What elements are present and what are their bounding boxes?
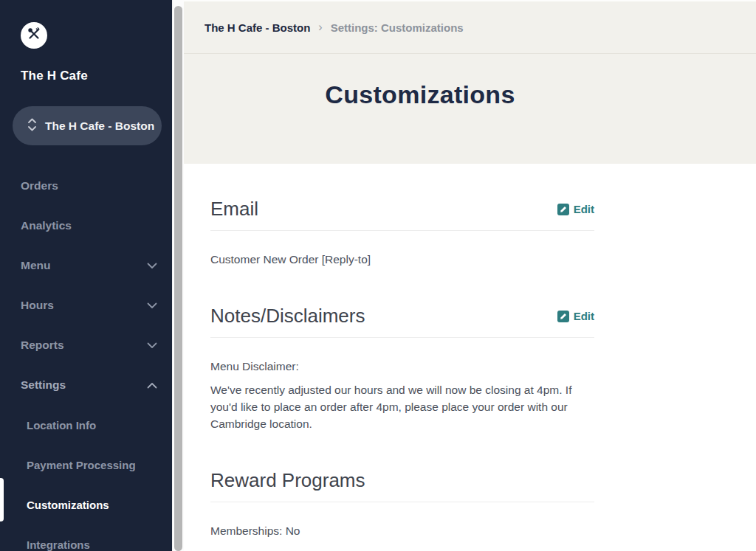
location-selector-label: The H Cafe - Boston: [45, 119, 154, 133]
section-rewards-title: Reward Programs: [210, 469, 365, 492]
brand-name: The H Cafe: [21, 69, 172, 83]
breadcrumb: The H Cafe - Boston › Settings: Customiz…: [184, 1, 756, 54]
breadcrumb-current-page: Settings: Customizations: [331, 21, 464, 34]
chevron-down-icon: [147, 299, 157, 312]
sidebar-item-customizations[interactable]: Customizations: [0, 485, 172, 524]
sidebar-item-analytics[interactable]: Analytics: [0, 206, 172, 246]
chevron-right-icon: ›: [318, 21, 322, 34]
location-selector[interactable]: The H Cafe - Boston: [13, 106, 162, 145]
sidebar-item-settings[interactable]: Settings: [0, 365, 172, 405]
section-notes-disclaimers: Notes/Disclaimers Edit Menu Disclaimer: …: [210, 305, 594, 432]
email-edit-label: Edit: [574, 203, 594, 215]
page-title: Customizations: [184, 80, 656, 109]
crossed-utensils-icon: [26, 26, 42, 45]
chevron-down-icon: [147, 339, 157, 352]
sidebar-item-location-info[interactable]: Location Info: [0, 405, 172, 445]
unfold-chevrons-icon: [27, 117, 37, 136]
menu-disclaimer-label: Menu Disclaimer:: [210, 358, 594, 375]
notes-edit-button[interactable]: Edit: [557, 310, 594, 322]
page-header: The H Cafe - Boston › Settings: Customiz…: [184, 0, 756, 164]
email-edit-button[interactable]: Edit: [557, 203, 594, 215]
email-reply-to-value: Customer New Order [Reply-to]: [210, 251, 594, 268]
sidebar-nav: Orders Analytics Menu Hours Reports Sett…: [0, 166, 172, 551]
active-nav-indicator: [0, 478, 4, 521]
chevron-up-icon: [147, 378, 157, 392]
app-logo[interactable]: [21, 22, 47, 49]
chevron-down-icon: [147, 259, 157, 272]
sidebar-item-hours[interactable]: Hours: [0, 285, 172, 325]
section-email: Email Edit Customer New Order [Reply-to]: [210, 198, 594, 268]
menu-disclaimer-text: We've recently adjusted our hours and we…: [210, 381, 594, 432]
main-area: The H Cafe - Boston › Settings: Customiz…: [184, 0, 756, 551]
scrollbar-track[interactable]: [172, 0, 184, 551]
pencil-icon: [557, 204, 569, 215]
sidebar-item-integrations[interactable]: Integrations: [0, 524, 172, 551]
sidebar-item-menu[interactable]: Menu: [0, 246, 172, 285]
sidebar-item-orders[interactable]: Orders: [0, 166, 172, 206]
section-email-title: Email: [210, 198, 258, 221]
memberships-value: Memberships: No: [210, 522, 594, 539]
scrollbar-thumb[interactable]: [174, 6, 182, 551]
page-content: Email Edit Customer New Order [Reply-to]…: [184, 164, 756, 539]
section-notes-title: Notes/Disclaimers: [210, 305, 365, 328]
breadcrumb-location[interactable]: The H Cafe - Boston: [205, 21, 310, 34]
notes-edit-label: Edit: [574, 310, 594, 322]
sidebar-item-payment-processing[interactable]: Payment Processing: [0, 445, 172, 485]
sidebar: The H Cafe The H Cafe - Boston Orders An…: [0, 0, 172, 551]
section-reward-programs: Reward Programs Memberships: No: [210, 469, 594, 539]
sidebar-item-reports[interactable]: Reports: [0, 325, 172, 365]
pencil-icon: [557, 311, 569, 322]
